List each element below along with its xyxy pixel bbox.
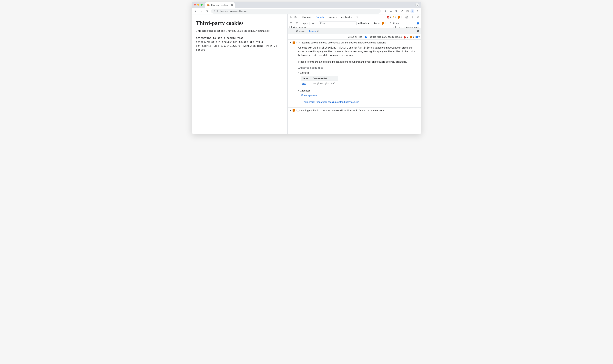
- new-tab-button[interactable]: +: [236, 3, 240, 7]
- separator: [403, 16, 403, 19]
- warning-issues-count[interactable]: !2: [410, 36, 414, 38]
- drawer-tab-issues[interactable]: Issues✕: [307, 28, 321, 34]
- issue-header[interactable]: ▶ ! 1 Setting cookie in cross-site conte…: [288, 108, 421, 113]
- checkbox[interactable]: [393, 26, 396, 28]
- issues-link[interactable]: 2 Issues:!2: [372, 22, 387, 25]
- group-by-kind-checkbox[interactable]: Group by kind: [343, 35, 362, 39]
- col-domain: Domain & Path: [312, 76, 338, 81]
- zoom-icon[interactable]: [383, 9, 388, 13]
- close-tab-icon[interactable]: ✕: [317, 30, 319, 32]
- reload-button[interactable]: [205, 9, 209, 13]
- cookie-domain: x-origin-src.glitch.me/: [312, 81, 338, 86]
- arrow-left-icon: [194, 10, 197, 13]
- settings-gear-icon[interactable]: [404, 15, 409, 20]
- devtools-close-icon[interactable]: ✕: [416, 15, 420, 20]
- browser-window: 🍪 Third-party cookies ✕ + ⌄ third-party-…: [192, 2, 421, 134]
- url-text: third-party-cookies.glitch.me: [220, 10, 247, 12]
- bookmark-icon[interactable]: [389, 9, 393, 13]
- svg-point-6: [417, 11, 417, 11]
- tab-console[interactable]: Console: [314, 14, 326, 20]
- table-row: 3pc x-origin-src.glitch.me/: [300, 81, 338, 86]
- site-settings-icon[interactable]: [213, 10, 219, 13]
- include-3p-cookie-checkbox[interactable]: Include third-party cookie issues: [364, 35, 402, 39]
- mac-traffic-lights: [194, 4, 203, 6]
- issue-description-2: Please refer to the article linked to le…: [298, 60, 417, 64]
- issue-item: ▼ ! 1 Reading cookie in cross-site conte…: [288, 40, 421, 108]
- svg-point-5: [417, 10, 417, 11]
- warning-triangle-icon: [392, 16, 395, 18]
- filter-input[interactable]: Filter: [319, 21, 356, 25]
- maximize-window-button[interactable]: [201, 4, 203, 6]
- cookie-name-link[interactable]: 3pc: [302, 82, 306, 85]
- info-issues-count[interactable]: i0: [416, 36, 420, 38]
- inspect-element-icon[interactable]: [289, 15, 293, 20]
- forward-button[interactable]: [199, 9, 204, 13]
- error-issues-count[interactable]: ✕0: [404, 36, 408, 38]
- execution-context-select[interactable]: top ▾: [302, 22, 308, 25]
- side-panel-icon[interactable]: [405, 9, 410, 13]
- menu-icon[interactable]: [415, 9, 420, 13]
- separator: [388, 22, 388, 25]
- warning-speech-icon: !: [293, 109, 295, 112]
- affected-cookies-section: 1 cookie Name Domain & Path 3pc x-origin…: [298, 71, 417, 86]
- arrow-right-icon: [200, 10, 203, 13]
- reload-icon: [206, 10, 208, 13]
- issue-count-pill: 1: [296, 41, 300, 44]
- labs-icon[interactable]: [400, 9, 404, 13]
- console-sidebar-toggle-icon[interactable]: [289, 21, 293, 26]
- request-icon: [300, 94, 303, 97]
- svg-point-4: [412, 10, 413, 11]
- separator: [317, 22, 317, 25]
- clear-console-icon[interactable]: [295, 21, 299, 26]
- tab-elements[interactable]: Elements: [300, 14, 313, 20]
- page-log: Attempting to set a cookie from https://…: [196, 36, 283, 52]
- tab-overflow-button[interactable]: ⌄: [415, 3, 419, 7]
- request-link[interactable]: set-3pc.html: [300, 94, 417, 97]
- live-expression-icon[interactable]: [311, 21, 315, 26]
- devtools-menu-icon[interactable]: [410, 15, 414, 20]
- checkbox[interactable]: [289, 26, 292, 28]
- minimize-window-button[interactable]: [197, 4, 199, 6]
- browser-toolbar: third-party-cookies.glitch.me: [192, 8, 421, 14]
- close-window-button[interactable]: [194, 4, 196, 6]
- issue-title: Setting cookie in cross-site context wil…: [301, 109, 384, 112]
- warning-count-badge[interactable]: 2: [392, 16, 396, 19]
- browser-tab[interactable]: 🍪 Third-party cookies ✕: [205, 2, 235, 8]
- learn-more-link[interactable]: Learn more: Prepare for phasing out thir…: [299, 100, 417, 104]
- profile-avatar[interactable]: [410, 9, 414, 13]
- address-bar[interactable]: third-party-cookies.glitch.me: [211, 9, 381, 13]
- page-title: Third-party cookies: [196, 20, 283, 26]
- issue-header[interactable]: ▼ ! 1 Reading cookie in cross-site conte…: [288, 40, 421, 45]
- drawer-menu-icon[interactable]: [289, 29, 293, 33]
- hidden-messages[interactable]: 3 hidden: [390, 22, 399, 25]
- tab-application[interactable]: Application: [339, 14, 354, 20]
- issues-counts: ✕0 !2 i0: [404, 36, 420, 38]
- tab-close-icon[interactable]: ✕: [231, 4, 233, 6]
- error-count-badge[interactable]: ✕1: [387, 16, 391, 19]
- svg-point-17: [313, 23, 313, 24]
- drawer-close-icon[interactable]: ✕: [416, 29, 420, 33]
- affected-requests-section: 1 request set-3pc.html: [298, 89, 417, 97]
- svg-rect-3: [407, 10, 408, 12]
- svg-point-12: [412, 16, 412, 17]
- console-settings-gear-icon[interactable]: [416, 21, 420, 26]
- warning-speech-icon: !: [293, 41, 295, 44]
- svg-point-19: [291, 31, 291, 31]
- drawer-tab-console[interactable]: Console: [294, 28, 307, 34]
- toolbar-right: [383, 9, 420, 13]
- back-button[interactable]: [193, 9, 198, 13]
- tab-more[interactable]: [355, 14, 360, 20]
- tab-network[interactable]: Network: [326, 14, 339, 20]
- log-levels-select[interactable]: All levels ▾: [358, 22, 369, 25]
- extensions-icon[interactable]: [394, 9, 399, 13]
- issue-item: ▶ ! 1 Setting cookie in cross-site conte…: [288, 108, 421, 113]
- requests-summary[interactable]: 1 request: [298, 89, 417, 92]
- cookies-summary[interactable]: 1 cookie: [298, 71, 417, 75]
- issues-count-badge[interactable]: !2: [398, 16, 402, 19]
- page-viewport: Third-party cookies This demo tries to s…: [192, 14, 288, 134]
- tab-title: Third-party cookies: [211, 4, 228, 6]
- issue-title: Reading cookie in cross-site context wil…: [301, 41, 386, 44]
- separator: [309, 22, 310, 25]
- separator: [301, 22, 301, 25]
- device-toolbar-icon[interactable]: [294, 15, 298, 20]
